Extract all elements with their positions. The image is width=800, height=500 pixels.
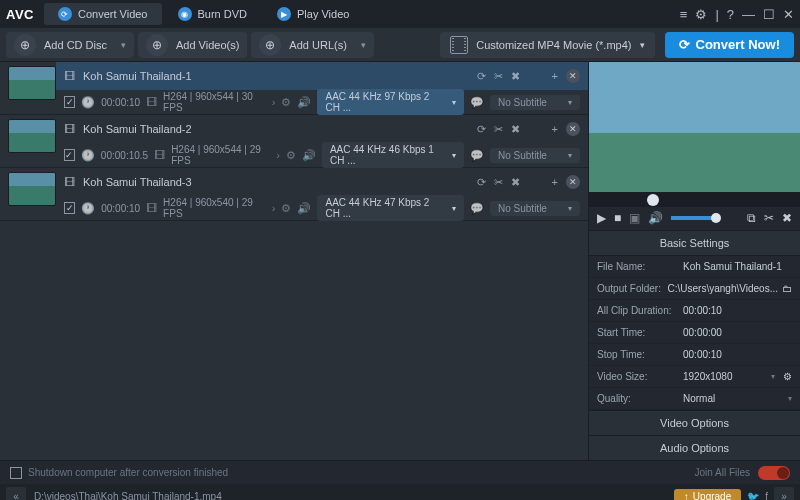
add-urls-button[interactable]: ⊕ Add URL(s) [251, 32, 373, 58]
subtitle-select[interactable]: No Subtitle▾ [490, 201, 580, 216]
audio-select[interactable]: AAC 44 KHz 97 Kbps 2 CH ...▾ [317, 89, 464, 115]
refresh-icon[interactable]: ⟳ [477, 176, 486, 189]
crop-icon[interactable]: ✖ [511, 176, 520, 189]
output-folder-value[interactable]: C:\Users\yangh\Videos...🗀 [668, 283, 792, 294]
remove-icon[interactable]: ✕ [566, 122, 580, 136]
refresh-icon[interactable]: ⟳ [477, 123, 486, 136]
volume-slider[interactable] [671, 216, 717, 220]
film-icon: 🎞 [64, 123, 75, 135]
button-label: Add Video(s) [176, 39, 239, 51]
crop-icon[interactable]: ✖ [511, 70, 520, 83]
tab-convert-video[interactable]: ⟳ Convert Video [44, 3, 162, 25]
gear-icon[interactable]: ⚙ [281, 96, 291, 109]
scissors-icon[interactable]: ✂ [494, 176, 503, 189]
output-profile-label: Customized MP4 Movie (*.mp4) [476, 39, 631, 51]
item-codec: H264 | 960x544 | 29 FPS [171, 144, 270, 166]
film-plus-icon: ⊕ [146, 34, 168, 56]
output-profile-select[interactable]: Customized MP4 Movie (*.mp4) ▾ [440, 32, 654, 58]
volume-icon[interactable]: 🔊 [648, 211, 663, 225]
tab-burn-dvd[interactable]: ◉ Burn DVD [164, 3, 262, 25]
gear-icon[interactable]: ⚙ [695, 7, 707, 22]
convert-now-button[interactable]: ⟳ Convert Now! [665, 32, 795, 58]
chevron-down-icon: ▾ [452, 98, 456, 107]
gear-icon[interactable]: ⚙ [783, 371, 792, 382]
help-icon[interactable]: ? [727, 7, 734, 22]
film-icon: 🎞 [146, 96, 157, 108]
chevron-down-icon: ▾ [771, 372, 775, 381]
upgrade-button[interactable]: ↑Upgrade [674, 489, 741, 501]
subtitle-icon: 💬 [470, 202, 484, 215]
menu-icon[interactable]: ≡ [680, 7, 688, 22]
scissors-icon[interactable]: ✂ [494, 70, 503, 83]
plus-icon[interactable]: + [552, 70, 558, 82]
twitter-icon[interactable]: 🐦 [747, 491, 759, 501]
chevron-down-icon: ▾ [568, 98, 572, 107]
speaker-icon: 🔊 [297, 202, 311, 215]
play-icon[interactable]: ▶ [597, 211, 606, 225]
camera-icon[interactable]: ▣ [629, 211, 640, 225]
audio-select[interactable]: AAC 44 KHz 46 Kbps 1 CH ...▾ [322, 142, 464, 168]
shutdown-label: Shutdown computer after conversion finis… [28, 467, 228, 478]
gear-icon[interactable]: ⚙ [286, 149, 296, 162]
crop-icon[interactable]: ✖ [511, 123, 520, 136]
stop-time-value[interactable]: 00:00:10 [683, 349, 792, 360]
seek-handle[interactable] [647, 194, 659, 206]
film-icon [450, 36, 468, 54]
video-size-select[interactable]: 1920x1080▾⚙ [683, 371, 792, 382]
maximize-icon[interactable]: ☐ [763, 7, 775, 22]
quality-select[interactable]: Normal▾ [683, 393, 792, 404]
gear-icon[interactable]: ⚙ [281, 202, 291, 215]
refresh-icon: ⟳ [679, 37, 690, 52]
seek-bar[interactable] [589, 192, 800, 207]
item-checkbox[interactable]: ✓ [64, 96, 75, 108]
quality-label: Quality: [597, 393, 683, 404]
audio-options-button[interactable]: Audio Options [589, 435, 800, 460]
shutdown-checkbox[interactable] [10, 467, 22, 479]
basic-settings-header: Basic Settings [589, 231, 800, 256]
scissors-icon[interactable]: ✂ [494, 123, 503, 136]
collapse-right-button[interactable]: » [774, 487, 794, 500]
chevron-right-icon: › [272, 202, 276, 214]
filename-value[interactable]: Koh Samui Thailand-1 [683, 261, 792, 272]
film-icon: 🎞 [146, 202, 157, 214]
remove-icon[interactable]: ✕ [566, 69, 580, 83]
close-icon[interactable]: ✕ [783, 7, 794, 22]
join-files-toggle[interactable] [758, 466, 790, 480]
folder-icon[interactable]: 🗀 [782, 283, 792, 294]
list-item[interactable]: 🎞 Koh Samui Thailand-2 ⟳ ✂ ✖ + ✕ ✓ 🕐 [0, 115, 588, 168]
subtitle-select[interactable]: No Subtitle▾ [490, 148, 580, 163]
item-checkbox[interactable]: ✓ [64, 202, 75, 214]
remove-icon[interactable]: ✕ [566, 175, 580, 189]
crop-icon[interactable]: ✖ [782, 211, 792, 225]
minimize-icon[interactable]: — [742, 7, 755, 22]
audio-select[interactable]: AAC 44 KHz 47 Kbps 2 CH ...▾ [317, 195, 464, 221]
chevron-right-icon: › [276, 149, 280, 161]
facebook-icon[interactable]: f [765, 491, 768, 501]
collapse-left-button[interactable]: « [6, 487, 26, 500]
stop-icon[interactable]: ■ [614, 211, 621, 225]
plus-icon[interactable]: + [552, 123, 558, 135]
plus-icon[interactable]: + [552, 176, 558, 188]
list-item[interactable]: 🎞 Koh Samui Thailand-1 ⟳ ✂ ✖ + ✕ ✓ 🕐 [0, 62, 588, 115]
list-item[interactable]: 🎞 Koh Samui Thailand-3 ⟳ ✂ ✖ + ✕ ✓ 🕐 [0, 168, 588, 221]
add-cd-button[interactable]: ⊕ Add CD Disc [6, 32, 134, 58]
scissors-icon[interactable]: ✂ [764, 211, 774, 225]
clip-duration-value: 00:00:10 [683, 305, 792, 316]
tab-play-video[interactable]: ▶ Play Video [263, 3, 363, 25]
item-checkbox[interactable]: ✓ [64, 149, 75, 161]
side-panel: ▶ ■ ▣ 🔊 ⧉ ✂ ✖ Basic Settings File Name:K… [588, 62, 800, 460]
item-duration: 00:00:10 [101, 97, 140, 108]
tab-label: Convert Video [78, 8, 148, 20]
refresh-icon: ⟳ [58, 7, 72, 21]
loop-icon[interactable]: ⧉ [747, 211, 756, 225]
preview-area [589, 62, 800, 192]
subtitle-select[interactable]: No Subtitle▾ [490, 95, 580, 110]
globe-plus-icon: ⊕ [259, 34, 281, 56]
video-options-button[interactable]: Video Options [589, 410, 800, 435]
refresh-icon[interactable]: ⟳ [477, 70, 486, 83]
add-videos-button[interactable]: ⊕ Add Video(s) [138, 32, 247, 58]
status-bar: « D:\videos\Thai\Koh Samui Thailand-1.mp… [0, 484, 800, 500]
start-time-value[interactable]: 00:00:00 [683, 327, 792, 338]
stop-time-label: Stop Time: [597, 349, 683, 360]
tab-label: Burn DVD [198, 8, 248, 20]
